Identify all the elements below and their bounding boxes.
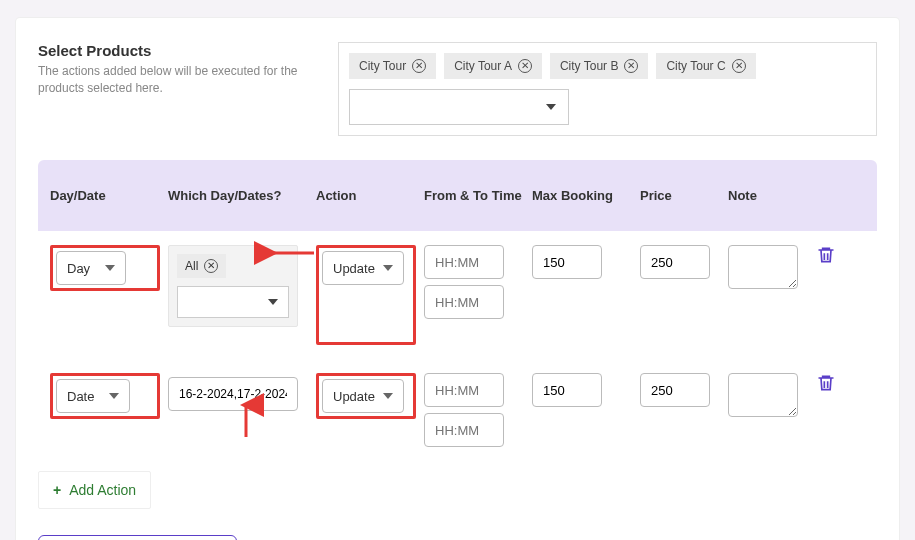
- note-input[interactable]: [728, 245, 798, 289]
- chevron-down-icon: [546, 104, 556, 110]
- action-value: Update: [333, 389, 375, 404]
- trash-icon: [816, 245, 836, 265]
- product-chip: City Tour B ✕: [550, 53, 648, 79]
- add-action-button[interactable]: + Add Action: [38, 471, 151, 509]
- product-chip: City Tour A ✕: [444, 53, 542, 79]
- product-chip-label: City Tour C: [666, 59, 725, 73]
- highlight-box: Day: [50, 245, 160, 291]
- plus-icon: +: [53, 482, 61, 498]
- time-cell: [424, 245, 524, 319]
- product-chip: City Tour ✕: [349, 53, 436, 79]
- chevron-down-icon: [105, 265, 115, 271]
- add-action-label: Add Action: [69, 482, 136, 498]
- remove-icon[interactable]: ✕: [412, 59, 426, 73]
- top-left: Select Products The actions added below …: [38, 42, 338, 136]
- which-day-cell: All ✕: [168, 245, 298, 327]
- highlight-box: Update: [316, 245, 416, 345]
- remove-icon[interactable]: ✕: [204, 259, 218, 273]
- product-dropdown[interactable]: [349, 89, 569, 125]
- remove-icon[interactable]: ✕: [624, 59, 638, 73]
- col-price: Price: [640, 188, 720, 203]
- action-select[interactable]: Update: [322, 251, 404, 285]
- highlight-box: Update: [316, 373, 416, 419]
- day-date-select[interactable]: Day: [56, 251, 126, 285]
- chevron-down-icon: [268, 299, 278, 305]
- chevron-down-icon: [383, 265, 393, 271]
- price-input[interactable]: [640, 245, 710, 279]
- product-chip-label: City Tour B: [560, 59, 618, 73]
- section-subtitle: The actions added below will be executed…: [38, 63, 318, 97]
- day-date-select[interactable]: Date: [56, 379, 130, 413]
- products-selector: City Tour ✕ City Tour A ✕ City Tour B ✕ …: [338, 42, 877, 136]
- which-day-dropdown[interactable]: [177, 286, 289, 318]
- product-chip-label: City Tour A: [454, 59, 512, 73]
- day-all-label: All: [185, 259, 198, 273]
- execute-button[interactable]: Execute Added Action(s): [38, 535, 237, 540]
- day-date-value: Date: [67, 389, 94, 404]
- product-chip-label: City Tour: [359, 59, 406, 73]
- remove-icon[interactable]: ✕: [518, 59, 532, 73]
- action-select[interactable]: Update: [322, 379, 404, 413]
- highlight-box: Date: [50, 373, 160, 419]
- trash-icon: [816, 373, 836, 393]
- note-input[interactable]: [728, 373, 798, 417]
- from-time-input[interactable]: [424, 373, 504, 407]
- delete-row-button[interactable]: [816, 373, 876, 396]
- section-title: Select Products: [38, 42, 318, 59]
- which-date-cell: [168, 377, 308, 411]
- price-input[interactable]: [640, 373, 710, 407]
- table-row: Date Update: [38, 359, 877, 461]
- top-row: Select Products The actions added below …: [38, 42, 877, 136]
- col-which: Which Day/Dates?: [168, 188, 308, 203]
- delete-row-button[interactable]: [816, 245, 876, 268]
- col-from-to: From & To Time: [424, 188, 524, 203]
- product-chips-row: City Tour ✕ City Tour A ✕ City Tour B ✕ …: [349, 53, 866, 79]
- max-booking-input[interactable]: [532, 245, 602, 279]
- panel: Select Products The actions added below …: [16, 18, 899, 540]
- time-cell: [424, 373, 524, 447]
- from-time-input[interactable]: [424, 245, 504, 279]
- col-day-date: Day/Date: [50, 188, 160, 203]
- to-time-input[interactable]: [424, 413, 504, 447]
- table-row: Day All ✕ Update: [38, 231, 877, 359]
- chevron-down-icon: [383, 393, 393, 399]
- col-note: Note: [728, 188, 808, 203]
- to-time-input[interactable]: [424, 285, 504, 319]
- day-all-chip: All ✕: [177, 254, 226, 278]
- day-date-value: Day: [67, 261, 90, 276]
- actions-table: Day/Date Which Day/Dates? Action From & …: [38, 160, 877, 509]
- action-value: Update: [333, 261, 375, 276]
- col-max-booking: Max Booking: [532, 188, 632, 203]
- chevron-down-icon: [109, 393, 119, 399]
- table-header-row: Day/Date Which Day/Dates? Action From & …: [38, 160, 877, 231]
- col-action: Action: [316, 188, 416, 203]
- dates-input[interactable]: [168, 377, 298, 411]
- remove-icon[interactable]: ✕: [732, 59, 746, 73]
- product-chip: City Tour C ✕: [656, 53, 755, 79]
- max-booking-input[interactable]: [532, 373, 602, 407]
